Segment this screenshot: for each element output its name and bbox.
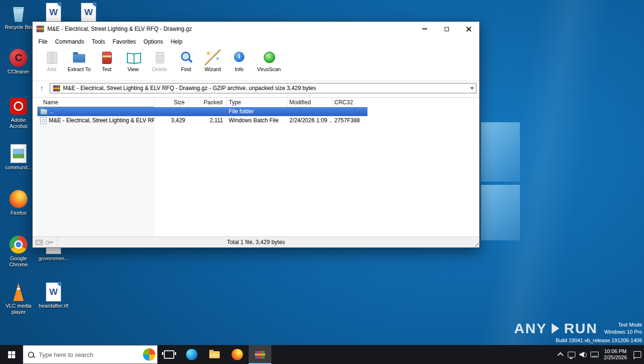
- delete-button[interactable]: Delete: [146, 49, 173, 72]
- clock-date: 2/25/2026: [604, 355, 627, 361]
- name-column-shade: [37, 107, 154, 237]
- file-list: Name Size Packed Type Modified CRC32 .. …: [33, 97, 479, 237]
- desktop-icon-firefox[interactable]: Firefox: [3, 190, 34, 216]
- tray-touch-keyboard[interactable]: [589, 345, 600, 364]
- toolbar: Add Extract To Test View Delete Find: [33, 47, 479, 81]
- menu-help[interactable]: Help: [167, 37, 186, 46]
- search-icon: [28, 352, 34, 358]
- taskbar-file-explorer-button[interactable]: [203, 345, 226, 364]
- file-size: 3,429: [154, 116, 189, 125]
- extract-to-button[interactable]: Extract To: [65, 49, 93, 72]
- view-button[interactable]: View: [120, 49, 146, 72]
- desktop-icon-word-doc-2[interactable]: [73, 3, 104, 23]
- chevron-up-icon: [557, 352, 564, 358]
- find-button[interactable]: Find: [173, 49, 199, 72]
- anyrun-logo-icon: [552, 323, 559, 334]
- resize-grip[interactable]: [473, 241, 479, 247]
- test-button[interactable]: Test: [93, 49, 120, 72]
- column-header-type[interactable]: Type: [227, 98, 287, 107]
- search-highlight-icon[interactable]: [143, 348, 155, 361]
- desktop-icon-label: governmen...: [38, 255, 69, 262]
- add-button[interactable]: Add: [38, 49, 65, 72]
- menu-commands[interactable]: Commands: [51, 37, 88, 46]
- column-header-crc32[interactable]: CRC32: [332, 98, 367, 107]
- acrobat-icon: [3, 97, 34, 116]
- close-button[interactable]: [457, 22, 479, 36]
- file-packed: 2,111: [189, 116, 227, 125]
- desktop-icon-label: Google Chrome: [3, 255, 34, 268]
- task-view-button[interactable]: [158, 345, 180, 364]
- desktop-icon-word-doc-1[interactable]: [38, 3, 69, 23]
- network-icon: [568, 352, 575, 357]
- info-button[interactable]: Info: [226, 49, 252, 72]
- tray-network[interactable]: [566, 345, 577, 364]
- action-center-button[interactable]: [631, 345, 642, 364]
- taskbar-clock[interactable]: 10:06 PM 2/25/2026: [600, 348, 631, 361]
- status-bar: Total 1 file, 3,429 bytes: [33, 237, 479, 247]
- search-input[interactable]: [38, 351, 143, 359]
- chevron-down-icon[interactable]: [470, 87, 474, 90]
- taskbar-edge-button[interactable]: [180, 345, 203, 364]
- desktop-icon-heardafter-rtf[interactable]: heardafter.rtf: [38, 282, 69, 309]
- column-header-size[interactable]: Size: [154, 98, 189, 107]
- watermark-test-mode: Test Mode: [604, 321, 642, 328]
- taskbar-search[interactable]: [23, 345, 158, 364]
- status-icons: [36, 237, 57, 247]
- desktop-icon-label: communit...: [3, 164, 34, 171]
- watermark-os: Windows 10 Pro: [604, 328, 642, 336]
- desktop-icon-label: Firefox: [3, 210, 34, 216]
- word-document-icon: [73, 3, 104, 22]
- firefox-icon: [232, 349, 243, 360]
- file-row-batch-file[interactable]: M&E - Electrical, Street Lighting & ELV …: [37, 116, 367, 125]
- desktop-icon-vlc[interactable]: VLC media player: [3, 282, 34, 315]
- keys-icon[interactable]: [45, 240, 53, 244]
- menu-options[interactable]: Options: [140, 37, 167, 46]
- column-header-packed[interactable]: Packed: [189, 98, 227, 107]
- desktop-icon-label: VLC media player: [3, 303, 34, 315]
- keyboard-icon: [590, 352, 599, 357]
- window-title: M&E - Electrical, Street Lighting & ELV …: [47, 26, 192, 32]
- file-explorer-icon: [209, 351, 220, 358]
- desktop-icon-label: Adobe Acrobat: [3, 117, 34, 129]
- taskbar-winrar-button[interactable]: [249, 345, 271, 364]
- menu-favorites[interactable]: Favorites: [109, 37, 140, 46]
- tray-show-hidden-icons[interactable]: [555, 345, 566, 364]
- tray-volume[interactable]: [577, 345, 589, 364]
- menu-tools[interactable]: Tools: [88, 37, 109, 46]
- menu-file[interactable]: File: [35, 37, 51, 46]
- title-bar[interactable]: M&E - Electrical, Street Lighting & ELV …: [33, 22, 479, 36]
- notification-icon: [634, 351, 641, 358]
- desktop-icon-google-chrome[interactable]: Google Chrome: [3, 235, 34, 268]
- add-icon: [44, 49, 60, 65]
- minimize-button[interactable]: [414, 22, 436, 36]
- up-one-level-button[interactable]: [36, 83, 47, 93]
- minimize-icon: [422, 28, 427, 29]
- status-text: Total 1 file, 3,429 bytes: [227, 239, 285, 246]
- maximize-icon: [445, 27, 449, 31]
- drive-icon[interactable]: [36, 240, 43, 245]
- desktop-icon-recycle-bin[interactable]: Recycle Bin: [3, 4, 34, 30]
- desktop: Recycle Bin CCleaner Adobe Acrobat commu…: [0, 0, 644, 364]
- desktop-icon-adobe-acrobat[interactable]: Adobe Acrobat: [3, 97, 34, 129]
- taskbar-firefox-button[interactable]: [226, 345, 249, 364]
- file-type: Windows Batch File: [227, 116, 287, 125]
- desktop-icon-communit[interactable]: communit...: [3, 144, 34, 171]
- address-text: M&E - Electrical, Street Lighting & ELV …: [63, 85, 467, 91]
- column-header-modified[interactable]: Modified: [287, 98, 332, 107]
- delete-icon: [152, 49, 168, 65]
- virusscan-icon: [261, 49, 277, 65]
- file-row-parent-folder[interactable]: .. File folder: [37, 107, 367, 116]
- ccleaner-icon: [3, 48, 34, 67]
- windows-logo-icon: [8, 351, 15, 358]
- start-button[interactable]: [0, 345, 23, 364]
- desktop-icon-label: heardafter.rtf: [38, 303, 69, 309]
- address-combo[interactable]: M&E - Electrical, Street Lighting & ELV …: [50, 83, 476, 93]
- anyrun-brand-left: ANY: [514, 320, 547, 337]
- column-header-name[interactable]: Name: [37, 98, 154, 107]
- wizard-button[interactable]: Wizard: [199, 49, 226, 72]
- desktop-icon-ccleaner[interactable]: CCleaner: [3, 48, 34, 75]
- virusscan-button[interactable]: VirusScan: [252, 49, 286, 72]
- maximize-button[interactable]: [436, 22, 457, 36]
- watermark-build: Build 19041.vb_release.191206-1406: [514, 337, 642, 343]
- winrar-icon: [255, 350, 265, 359]
